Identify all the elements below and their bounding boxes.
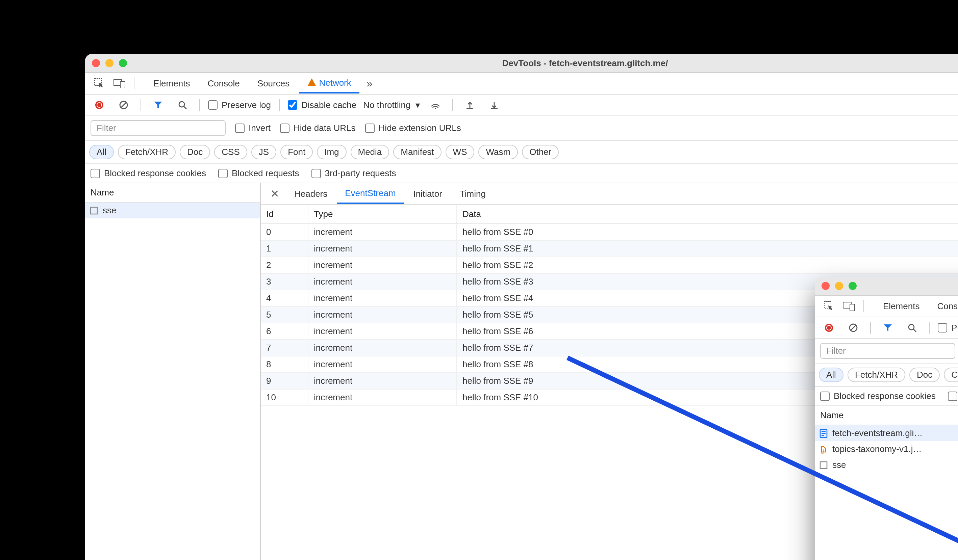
hide-extension-urls-checkbox[interactable]: Hide extension URLs	[365, 123, 461, 133]
name-column-header[interactable]: Name	[85, 183, 260, 202]
detail-tab-headers[interactable]: Headers	[286, 185, 335, 203]
type-chip-manifest[interactable]: Manifest	[393, 145, 441, 159]
type-chip-font[interactable]: Font	[281, 145, 313, 159]
tab-sources[interactable]: Sources	[249, 74, 298, 93]
svg-rect-2	[120, 81, 125, 88]
tab-console[interactable]: Console	[929, 297, 958, 316]
disable-cache-checkbox[interactable]: Disable cache	[288, 100, 356, 111]
type-chip-css[interactable]: CSS	[214, 145, 247, 159]
type-chip-all[interactable]: All	[89, 145, 114, 159]
filter-row: Filter Invert Hide data URLs Hide extens…	[815, 339, 958, 364]
panel-tabs: Elements Console Sources Network »	[875, 296, 958, 316]
svg-point-10	[435, 108, 436, 109]
record-button[interactable]	[90, 97, 108, 113]
request-item[interactable]: sse	[85, 202, 260, 218]
download-har-icon[interactable]	[485, 97, 503, 113]
event-row[interactable]: 1incrementhello from SSE #116:4	[261, 240, 958, 257]
blocked-cookies-checkbox[interactable]: Blocked response cookies	[90, 168, 206, 179]
name-column-header[interactable]: Name	[815, 406, 958, 425]
third-party-checkbox[interactable]: 3rd-party requests	[311, 168, 396, 179]
detail-tab-timing[interactable]: Timing	[452, 185, 494, 203]
filter-input[interactable]: Filter	[90, 120, 226, 136]
network-toolbar: Preserve log Disable cache No throttling…	[815, 317, 958, 339]
svg-rect-12	[90, 207, 97, 214]
type-filter-chips: AllFetch/XHRDocCSSJSFontImgMediaManifest…	[815, 364, 958, 387]
type-chip-media[interactable]: Media	[351, 145, 390, 159]
preserve-log-checkbox[interactable]: Preserve log	[938, 323, 958, 333]
file-icon	[819, 460, 828, 470]
request-item[interactable]: {}topics-taxonomy-v1.j…	[815, 441, 958, 457]
upload-har-icon[interactable]	[461, 97, 479, 113]
type-chip-css[interactable]: CSS	[944, 368, 958, 382]
type-chip-other[interactable]: Other	[522, 145, 559, 159]
request-item[interactable]: sse	[815, 457, 958, 473]
titlebar[interactable]: DevTools - fetch-eventstream.glitch.me/	[815, 277, 958, 296]
request-name: topics-taxonomy-v1.j…	[832, 444, 922, 454]
close-details-icon[interactable]: ✕	[265, 187, 285, 200]
col-type[interactable]: Type	[308, 205, 457, 224]
col-data[interactable]: Data	[457, 205, 958, 224]
filter-input[interactable]: Filter	[820, 343, 955, 359]
tab-elements[interactable]: Elements	[145, 74, 198, 93]
invert-checkbox[interactable]: Invert	[235, 123, 271, 133]
hide-data-urls-checkbox[interactable]: Hide data URLs	[280, 123, 356, 133]
devtools-window-b: DevTools - fetch-eventstream.glitch.me/ …	[815, 277, 958, 560]
window-title: DevTools - fetch-eventstream.glitch.me/	[85, 58, 958, 68]
clear-icon[interactable]	[844, 320, 862, 336]
type-chip-doc[interactable]: Doc	[180, 145, 210, 159]
svg-rect-15	[850, 304, 855, 311]
type-chip-fetch-xhr[interactable]: Fetch/XHR	[847, 368, 905, 382]
request-item[interactable]: fetch-eventstream.gli…	[815, 425, 958, 441]
event-row[interactable]: 0incrementhello from SSE #016:4	[261, 224, 958, 240]
filter-row: Filter Invert Hide data URLs Hide extens…	[85, 116, 958, 141]
event-row[interactable]: 2incrementhello from SSE #216:4	[261, 257, 958, 274]
tab-elements[interactable]: Elements	[875, 297, 928, 316]
network-conditions-icon[interactable]	[427, 97, 444, 113]
svg-line-22	[914, 329, 916, 332]
record-button[interactable]	[820, 320, 838, 336]
filter-funnel-icon[interactable]	[879, 320, 896, 336]
svg-point-5	[97, 103, 102, 107]
svg-line-7	[121, 102, 126, 108]
type-chip-fetch-xhr[interactable]: Fetch/XHR	[118, 145, 176, 159]
type-chip-ws[interactable]: WS	[446, 145, 474, 159]
type-chip-wasm[interactable]: Wasm	[478, 145, 518, 159]
panel-toolbar: Elements Console Sources Network » ✕1 i1…	[85, 73, 958, 95]
detail-tab-initiator[interactable]: Initiator	[405, 185, 450, 203]
device-toggle-icon[interactable]	[841, 298, 858, 314]
type-chip-img[interactable]: Img	[317, 145, 346, 159]
type-chip-all[interactable]: All	[819, 368, 844, 382]
detail-tab-eventstream[interactable]: EventStream	[337, 184, 404, 204]
titlebar[interactable]: DevTools - fetch-eventstream.glitch.me/	[85, 54, 958, 73]
search-icon[interactable]	[903, 320, 921, 336]
device-toggle-icon[interactable]	[111, 75, 128, 92]
throttling-select[interactable]: No throttling ▾	[363, 100, 420, 111]
search-icon[interactable]	[174, 97, 191, 113]
requests-list[interactable]: Name fetch-eventstream.gli…{}topics-taxo…	[815, 406, 958, 560]
file-icon	[89, 206, 98, 215]
file-icon	[819, 429, 828, 438]
filter-funnel-icon[interactable]	[149, 97, 167, 113]
blocked-requests-checkbox[interactable]: Blocked requests	[948, 391, 958, 401]
blocked-row: Blocked response cookies Blocked request…	[85, 164, 958, 183]
requests-list[interactable]: Name sse	[85, 183, 261, 560]
preserve-log-checkbox[interactable]: Preserve log	[208, 100, 271, 111]
request-name: fetch-eventstream.gli…	[832, 428, 923, 438]
more-tabs-icon[interactable]: »	[361, 75, 378, 92]
col-id[interactable]: Id	[261, 205, 308, 224]
svg-text:{}: {}	[821, 448, 824, 454]
tab-console[interactable]: Console	[199, 74, 247, 93]
network-toolbar: Preserve log Disable cache No throttling…	[85, 95, 958, 116]
window-title: DevTools - fetch-eventstream.glitch.me/	[815, 281, 958, 291]
inspect-icon[interactable]	[90, 75, 108, 92]
type-chip-doc[interactable]: Doc	[909, 368, 940, 382]
blocked-requests-checkbox[interactable]: Blocked requests	[218, 168, 299, 179]
blocked-cookies-checkbox[interactable]: Blocked response cookies	[820, 391, 936, 401]
tab-network[interactable]: Network	[299, 74, 359, 93]
clear-icon[interactable]	[115, 97, 132, 113]
inspect-icon[interactable]	[820, 298, 838, 314]
type-chip-js[interactable]: JS	[251, 145, 276, 159]
blocked-row: Blocked response cookies Blocked request…	[815, 387, 958, 406]
svg-rect-30	[820, 462, 827, 468]
svg-line-9	[184, 106, 186, 109]
